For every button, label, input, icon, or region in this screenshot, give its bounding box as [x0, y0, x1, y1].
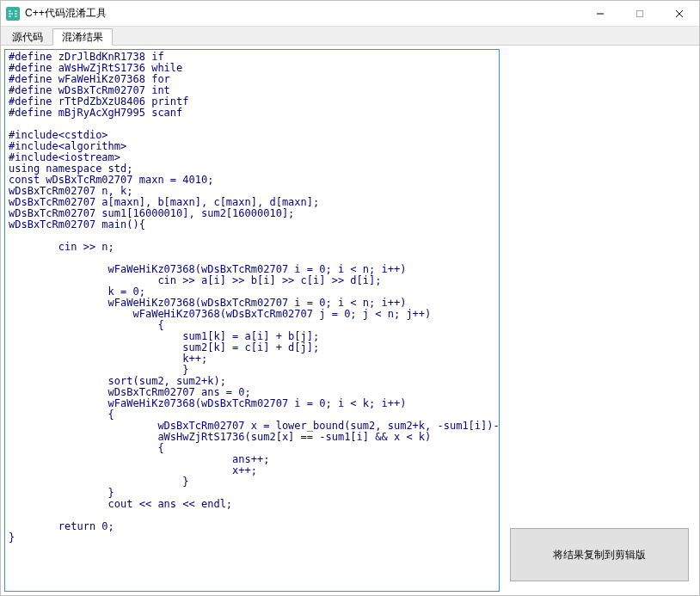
- tab-result[interactable]: 混淆结果: [52, 28, 113, 46]
- copy-to-clipboard-button[interactable]: 将结果复制到剪辑版: [510, 528, 689, 581]
- app-icon: [6, 7, 20, 21]
- tabbar: 源代码 混淆结果: [1, 27, 699, 46]
- right-pane: 将结果复制到剪辑版: [503, 49, 696, 592]
- window-controls: [580, 1, 699, 26]
- content-area: #define zDrJlBdKnR1738 if #define aWsHwZ…: [1, 46, 699, 595]
- titlebar-left: C++代码混淆工具: [6, 6, 107, 21]
- titlebar: C++代码混淆工具: [1, 1, 699, 27]
- maximize-button[interactable]: [620, 1, 660, 26]
- code-text: #define zDrJlBdKnR1738 if #define aWsHwZ…: [9, 52, 495, 544]
- close-button[interactable]: [660, 1, 699, 26]
- code-output-pane[interactable]: #define zDrJlBdKnR1738 if #define aWsHwZ…: [4, 49, 500, 592]
- minimize-button[interactable]: [580, 1, 620, 26]
- svg-rect-2: [637, 10, 643, 16]
- tab-source[interactable]: 源代码: [3, 28, 52, 45]
- window-title: C++代码混淆工具: [25, 6, 107, 21]
